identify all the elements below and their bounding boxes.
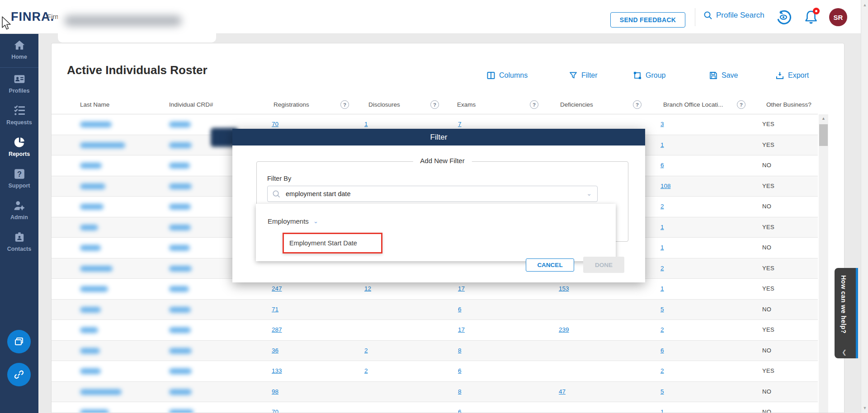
help-icon[interactable]: ? (633, 100, 642, 109)
branch-offices-link[interactable]: 1 (660, 224, 664, 230)
branch-offices-link[interactable]: 3 (660, 121, 664, 127)
last-name-link-redacted[interactable] (80, 368, 101, 374)
column-header-branch-office-locati[interactable]: Branch Office Locati... (663, 101, 723, 108)
last-name-link-redacted[interactable] (80, 204, 104, 210)
branch-offices-link[interactable]: 6 (660, 347, 664, 354)
crd-number-link-redacted[interactable] (169, 348, 192, 354)
registrations-link[interactable]: 36 (272, 347, 278, 354)
crd-number-link-redacted[interactable] (169, 368, 192, 374)
deficiencies-link[interactable]: 153 (559, 285, 569, 292)
column-header-individual-crd[interactable]: Individual CRD# (169, 101, 213, 108)
column-header-exams[interactable]: Exams (457, 101, 476, 108)
save-button[interactable]: Save (709, 71, 738, 80)
branch-offices-link[interactable]: 2 (660, 367, 664, 374)
branch-offices-link[interactable]: 1 (660, 141, 664, 148)
crd-number-link-redacted[interactable] (169, 266, 192, 272)
employment-start-date-option[interactable]: Employment Start Date (283, 233, 382, 253)
branch-offices-link[interactable]: 5 (660, 306, 664, 313)
columns-button[interactable]: Columns (487, 71, 528, 80)
branch-offices-link[interactable]: 1 (660, 244, 664, 251)
crd-number-link-redacted[interactable] (169, 389, 192, 395)
crd-number-link-redacted[interactable] (169, 307, 191, 313)
export-button[interactable]: Export (776, 71, 809, 80)
exams-link[interactable]: 6 (458, 306, 462, 313)
filter-search-input[interactable]: employment start date ⌄ (267, 186, 598, 202)
cancel-button[interactable]: CANCEL (526, 258, 574, 272)
disclosures-link[interactable]: 2 (364, 367, 368, 374)
sidebar-item-requests[interactable]: Requests (0, 99, 38, 131)
column-header-other-business[interactable]: Other Business? (766, 101, 811, 108)
sidebar-item-home[interactable]: Home (0, 34, 38, 68)
table-scroll-up-arrow[interactable]: ▲ (819, 116, 828, 121)
crd-number-link-redacted[interactable] (169, 225, 191, 230)
registrations-link[interactable]: 247 (272, 285, 282, 292)
crd-number-link-redacted[interactable] (169, 409, 193, 413)
table-scroll-thumb[interactable] (819, 124, 828, 146)
user-avatar[interactable]: SR (829, 8, 847, 26)
exams-link[interactable]: 17 (458, 285, 465, 292)
column-header-disclosures[interactable]: Disclosures (368, 101, 400, 108)
exams-link[interactable]: 8 (458, 347, 462, 354)
branch-offices-link[interactable]: 6 (660, 162, 664, 169)
last-name-link-redacted[interactable] (80, 163, 102, 169)
last-name-link-redacted[interactable] (80, 266, 113, 272)
last-name-link-redacted[interactable] (80, 245, 101, 251)
registrations-link[interactable]: 70 (272, 408, 278, 413)
send-feedback-button[interactable]: SEND FEEDBACK (610, 12, 685, 28)
last-name-link-redacted[interactable] (80, 409, 109, 413)
notifications-bell-icon[interactable] (803, 9, 819, 25)
help-icon[interactable]: ? (340, 100, 349, 109)
crd-number-link-redacted[interactable] (169, 286, 189, 292)
branch-offices-link[interactable]: 2 (660, 265, 664, 272)
exams-link[interactable]: 17 (458, 326, 465, 333)
disclosures-link[interactable]: 1 (364, 121, 368, 127)
group-button[interactable]: Group (633, 71, 665, 80)
last-name-link-redacted[interactable] (80, 122, 112, 127)
branch-offices-link[interactable]: 1 (660, 285, 664, 292)
sidebar-item-profiles[interactable]: Profiles (0, 68, 38, 99)
registrations-link[interactable]: 70 (272, 121, 278, 127)
crd-number-link-redacted[interactable] (169, 142, 192, 148)
last-name-link-redacted[interactable] (80, 142, 125, 148)
last-name-link-redacted[interactable] (80, 307, 101, 313)
crd-number-link-redacted[interactable] (169, 122, 191, 127)
branch-offices-link[interactable]: 5 (660, 388, 664, 395)
crd-number-link-redacted[interactable] (169, 327, 191, 333)
branch-offices-link[interactable]: 2 (660, 203, 664, 210)
crd-number-link-redacted[interactable] (169, 163, 190, 169)
crd-number-link-redacted[interactable] (169, 245, 190, 251)
sidebar-item-reports[interactable]: Reports (0, 131, 38, 163)
table-scrollbar[interactable]: ▲ (819, 114, 828, 413)
deficiencies-link[interactable]: 47 (559, 388, 566, 395)
registrations-link[interactable]: 133 (272, 367, 282, 374)
crd-number-link-redacted[interactable] (169, 183, 192, 189)
branch-offices-link[interactable]: 1 (660, 408, 664, 413)
disclosures-link[interactable]: 2 (364, 347, 368, 354)
filter-button[interactable]: Filter (569, 71, 598, 80)
registrations-link[interactable]: 71 (272, 306, 278, 313)
help-icon[interactable]: ? (737, 100, 745, 109)
deficiencies-link[interactable]: 239 (559, 326, 569, 333)
column-header-registrations[interactable]: Registrations (274, 101, 309, 108)
help-tab[interactable]: How can we help? ❮ (835, 268, 858, 358)
branch-offices-link[interactable]: 108 (660, 183, 671, 189)
sidebar-item-admin[interactable]: Admin (0, 194, 38, 226)
exams-link[interactable]: 6 (458, 408, 462, 413)
last-name-link-redacted[interactable] (80, 327, 98, 333)
registrations-link[interactable]: 287 (272, 326, 282, 333)
help-icon[interactable]: ? (430, 100, 439, 109)
disclosures-link[interactable]: 12 (364, 285, 371, 292)
column-header-deficiencies[interactable]: Deficiencies (560, 101, 593, 108)
page-scroll-up-arrow[interactable]: ▲ (861, 3, 868, 7)
link-shortcut-button[interactable] (7, 363, 31, 386)
windows-shortcut-button[interactable] (7, 330, 31, 353)
exams-link[interactable]: 7 (458, 121, 462, 127)
last-name-link-redacted[interactable] (80, 183, 105, 189)
sidebar-item-contacts[interactable]: Contacts (0, 226, 38, 258)
last-name-link-redacted[interactable] (80, 225, 98, 230)
employments-group-header[interactable]: Employments ⌄ (268, 217, 318, 225)
recently-viewed-icon[interactable] (775, 9, 792, 25)
sidebar-item-support[interactable]: ?Support (0, 163, 38, 194)
last-name-link-redacted[interactable] (80, 389, 122, 395)
registrations-link[interactable]: 98 (272, 388, 278, 395)
